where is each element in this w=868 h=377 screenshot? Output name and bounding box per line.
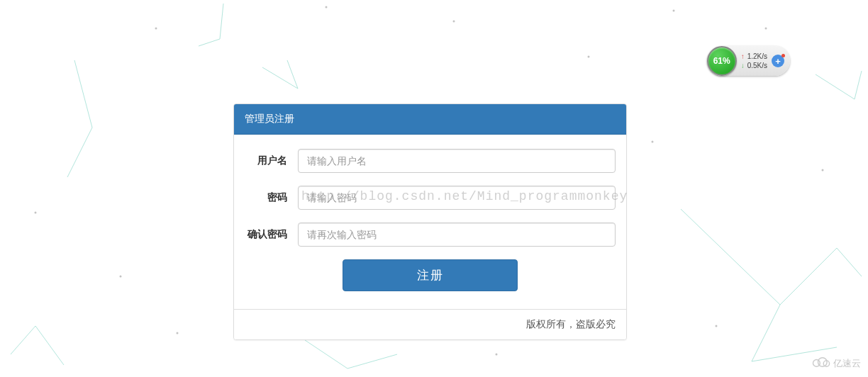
- password-label: 密码: [245, 191, 298, 204]
- arrow-up-icon: ↑: [741, 52, 745, 60]
- svg-point-2: [453, 21, 455, 23]
- cpu-percent-badge: 61%: [707, 46, 737, 76]
- panel-body: 用户名 密码 确认密码 注册: [234, 135, 626, 309]
- svg-point-8: [652, 141, 654, 143]
- logo-watermark: 亿速云: [811, 356, 861, 371]
- submit-row: 注册: [245, 259, 616, 291]
- svg-point-12: [177, 332, 179, 334]
- svg-point-4: [673, 10, 675, 12]
- confirm-password-input[interactable]: [298, 223, 616, 247]
- svg-point-11: [496, 354, 498, 356]
- register-button[interactable]: 注册: [343, 259, 518, 291]
- arrow-down-icon: ↓: [741, 62, 745, 69]
- password-row: 密码: [245, 186, 616, 210]
- confirm-password-row: 确认密码: [245, 223, 616, 247]
- speed-stats: ↑1.2K/s ↓0.5K/s: [741, 52, 767, 70]
- confirm-password-label: 确认密码: [245, 228, 298, 241]
- username-label: 用户名: [245, 154, 298, 167]
- logo-text: 亿速云: [833, 357, 861, 370]
- panel-footer: 版权所有，盗版必究: [234, 309, 626, 339]
- password-input[interactable]: [298, 186, 616, 210]
- cloud-icon: [811, 356, 830, 371]
- username-row: 用户名: [245, 149, 616, 173]
- svg-point-3: [588, 56, 590, 58]
- network-speed-widget[interactable]: 61% ↑1.2K/s ↓0.5K/s +: [707, 46, 790, 76]
- upload-speed: ↑1.2K/s: [741, 52, 767, 61]
- svg-point-5: [765, 28, 767, 30]
- download-speed: ↓0.5K/s: [741, 61, 767, 70]
- svg-point-9: [716, 325, 718, 327]
- plus-icon[interactable]: +: [772, 55, 784, 67]
- svg-point-6: [35, 212, 37, 214]
- panel-title: 管理员注册: [234, 104, 626, 135]
- svg-point-10: [822, 169, 824, 171]
- registration-panel: 管理员注册 用户名 密码 确认密码 注册 版权所有，盗版必究: [233, 103, 627, 340]
- svg-point-1: [326, 6, 328, 9]
- svg-point-7: [120, 276, 122, 278]
- username-input[interactable]: [298, 149, 616, 173]
- svg-point-0: [155, 28, 157, 30]
